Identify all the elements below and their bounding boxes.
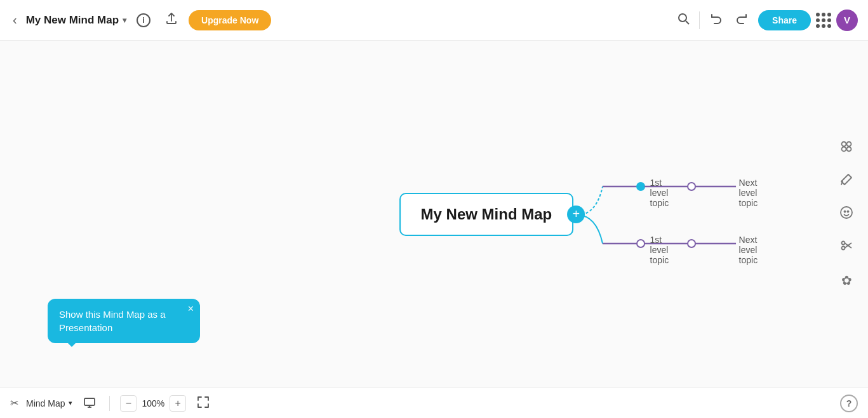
top-level1-label: 1st level topic: [650, 178, 669, 208]
redo-button[interactable]: [731, 10, 753, 31]
header-left: ‹ My New Mind Map ▾ i Upgrade Now: [10, 10, 672, 31]
title-chevron-icon: ▾: [123, 16, 126, 25]
right-toolbar: ✿: [835, 137, 858, 292]
undo-button[interactable]: [705, 10, 726, 31]
divider2: [109, 396, 110, 411]
back-button[interactable]: ‹: [10, 10, 20, 30]
groups-icon: [839, 140, 853, 157]
search-icon: [677, 12, 690, 28]
emoji-icon: [839, 206, 853, 223]
center-node-box: My New Mind Map: [399, 193, 574, 236]
back-icon: ‹: [13, 13, 17, 27]
svg-point-13: [847, 142, 851, 147]
mode-label: Mind Map: [26, 398, 65, 408]
zoom-out-button[interactable]: −: [120, 395, 137, 412]
help-button[interactable]: ?: [840, 395, 858, 412]
svg-line-1: [686, 21, 689, 24]
apps-grid-icon[interactable]: [816, 13, 831, 28]
paint-icon: [839, 173, 853, 190]
zoom-in-button[interactable]: +: [170, 395, 186, 412]
zoom-level-text: 100%: [142, 398, 164, 408]
svg-point-17: [845, 211, 846, 212]
header: ‹ My New Mind Map ▾ i Upgrade Now: [0, 0, 868, 41]
svg-rect-23: [84, 398, 95, 405]
tooltip-text: Show this Mind Map as a Presentation: [59, 309, 166, 333]
svg-point-14: [842, 147, 846, 152]
fullscreen-button[interactable]: [194, 394, 213, 413]
upload-button[interactable]: [161, 10, 182, 31]
svg-point-18: [848, 211, 849, 212]
mode-chevron-icon: ▾: [69, 399, 72, 407]
add-icon: +: [572, 207, 580, 221]
scissors-bottom-icon: ✂: [10, 397, 18, 409]
redo-icon: [736, 12, 749, 28]
fullscreen-icon: [197, 396, 209, 410]
svg-point-20: [842, 247, 845, 250]
center-node[interactable]: My New Mind Map +: [399, 193, 574, 236]
title-text: My New Mind Map: [26, 14, 119, 27]
presentation-icon: [83, 396, 96, 411]
zoom-controls: − 100% +: [120, 395, 186, 412]
integrations-button[interactable]: ✿: [835, 269, 858, 292]
share-button[interactable]: Share: [758, 10, 811, 30]
avatar[interactable]: V: [836, 10, 858, 31]
presentation-button[interactable]: [80, 394, 99, 413]
bottom-toolbar: ✂ Mind Map ▾ − 100% + ?: [0, 388, 868, 418]
svg-point-15: [847, 147, 851, 152]
mindmap-mode-selector[interactable]: Mind Map ▾: [26, 398, 72, 408]
scissors-rt-icon: [839, 238, 853, 256]
bottom-level1-label: 1st level topic: [650, 235, 669, 265]
divider: [699, 11, 700, 29]
tooltip-bubble: Show this Mind Map as a Presentation ×: [48, 299, 200, 343]
groups-button[interactable]: [835, 137, 858, 160]
emoji-button[interactable]: [835, 203, 858, 226]
header-right: Share V: [672, 10, 858, 31]
tooltip-close-button[interactable]: ×: [188, 304, 194, 314]
svg-point-16: [841, 207, 852, 218]
integrations-icon: ✿: [841, 273, 852, 288]
upload-icon: [164, 11, 178, 29]
center-node-text: My New Mind Map: [421, 206, 552, 223]
mindmap-area: My New Mind Map + 1st level topic Next l…: [399, 193, 574, 236]
svg-point-0: [679, 14, 686, 22]
paint-button[interactable]: [835, 170, 858, 193]
svg-point-19: [842, 242, 845, 245]
bottom-next-label: Next level topic: [739, 235, 758, 265]
canvas: My New Mind Map + 1st level topic Next l…: [0, 41, 868, 388]
add-node-button[interactable]: +: [567, 206, 585, 223]
top-next-label: Next level topic: [739, 178, 758, 208]
upgrade-button[interactable]: Upgrade Now: [189, 10, 271, 30]
scissors-rt-button[interactable]: [835, 236, 858, 259]
search-button[interactable]: [672, 10, 694, 31]
info-icon: i: [137, 13, 150, 27]
document-title[interactable]: My New Mind Map ▾: [26, 14, 126, 27]
info-button[interactable]: i: [133, 10, 154, 31]
svg-point-12: [842, 142, 846, 147]
undo-icon: [709, 12, 722, 28]
